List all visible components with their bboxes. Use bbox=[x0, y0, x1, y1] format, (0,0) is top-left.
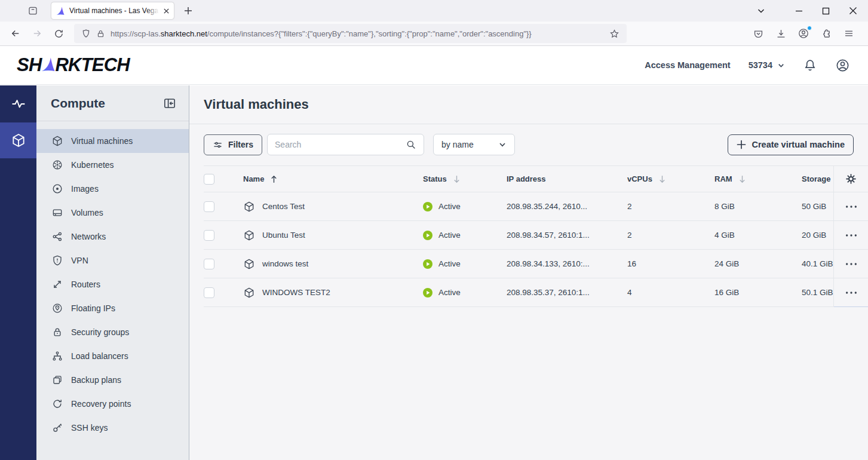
account-button[interactable] bbox=[796, 26, 811, 41]
table-row[interactable]: WINDOWS TEST2 Active 208.98.35.37, 2610:… bbox=[204, 278, 868, 307]
create-virtual-machine-button[interactable]: Create virtual machine bbox=[728, 134, 854, 155]
sort-descending-icon[interactable] bbox=[658, 175, 666, 183]
tab-close-icon[interactable] bbox=[163, 8, 170, 14]
notifications-bell-icon[interactable] bbox=[803, 58, 817, 72]
sidebar-item-label: Volumes bbox=[71, 208, 103, 217]
lock-icon[interactable] bbox=[96, 29, 105, 38]
collapse-sidebar-icon[interactable] bbox=[162, 96, 177, 111]
table-settings-cell[interactable] bbox=[834, 165, 868, 192]
filters-sliders-icon bbox=[213, 140, 223, 150]
browser-nav-toolbar: https://scp-las.sharktech.net/compute/in… bbox=[0, 22, 868, 46]
sidebar-item-images[interactable]: Images bbox=[36, 177, 189, 201]
logo-text-right: RKTECH bbox=[55, 54, 129, 76]
vm-vcpus: 2 bbox=[627, 231, 714, 240]
row-checkbox[interactable] bbox=[204, 230, 214, 241]
sidebar-item-backup-plans[interactable]: Backup plans bbox=[36, 368, 189, 392]
rail-item-activity[interactable] bbox=[0, 85, 36, 122]
table-row[interactable]: windows test Active 208.98.34.133, 2610:… bbox=[204, 250, 868, 278]
minimize-icon[interactable] bbox=[795, 7, 803, 15]
select-all-checkbox[interactable] bbox=[204, 174, 214, 185]
swap-arrows-icon bbox=[51, 278, 63, 290]
plus-icon bbox=[184, 7, 192, 15]
downloads-button[interactable] bbox=[774, 26, 788, 41]
column-header-status[interactable]: Status bbox=[423, 174, 507, 183]
pinned-actions-column bbox=[833, 165, 868, 307]
extensions-button[interactable] bbox=[819, 26, 833, 41]
table-row[interactable]: Centos Test Active 208.98.35.244, 2610..… bbox=[204, 192, 868, 221]
sidebar-item-ssh-keys[interactable]: SSH keys bbox=[36, 416, 189, 440]
column-header-name[interactable]: Name bbox=[232, 174, 423, 183]
browser-tab[interactable]: Virtual machines - Las Vegas Clo bbox=[51, 2, 174, 19]
column-header-ip[interactable]: IP address bbox=[507, 174, 627, 183]
sidebar-item-floating-ips[interactable]: Floating IPs bbox=[36, 296, 189, 320]
vm-ram: 4 GiB bbox=[714, 231, 802, 240]
search-icon[interactable] bbox=[406, 139, 416, 150]
user-profile-icon[interactable] bbox=[835, 58, 850, 73]
vm-vcpus: 4 bbox=[627, 288, 714, 297]
sort-descending-icon[interactable] bbox=[738, 175, 746, 183]
ellipsis-icon bbox=[845, 234, 858, 237]
bookmark-star-icon[interactable] bbox=[609, 29, 619, 39]
vm-status: Active bbox=[438, 231, 461, 240]
row-actions-button[interactable] bbox=[834, 278, 868, 307]
row-checkbox[interactable] bbox=[204, 201, 214, 212]
sharktech-logo[interactable]: SH RKTECH bbox=[17, 54, 130, 76]
vm-name-cell[interactable]: Centos Test bbox=[232, 201, 423, 213]
sidebar-item-load-balancers[interactable]: Load balancers bbox=[36, 344, 189, 368]
pocket-button[interactable] bbox=[751, 26, 765, 41]
sort-ascending-icon[interactable] bbox=[270, 175, 278, 183]
sidebar-item-label: Virtual machines bbox=[71, 136, 133, 146]
list-tabs-icon[interactable] bbox=[757, 7, 765, 15]
close-window-icon[interactable] bbox=[849, 7, 857, 15]
sidebar-item-label: Routers bbox=[71, 280, 100, 289]
row-actions-button[interactable] bbox=[834, 250, 868, 278]
sidebar-item-security-groups[interactable]: Security groups bbox=[36, 320, 189, 344]
url-path: /compute/instances?{"filters":{"queryBy"… bbox=[207, 29, 532, 38]
status-active-icon bbox=[423, 202, 433, 211]
menu-button[interactable] bbox=[842, 26, 856, 41]
firefox-view-icon bbox=[27, 5, 38, 16]
forward-button[interactable] bbox=[27, 24, 47, 42]
sidebar-item-networks[interactable]: Networks bbox=[36, 225, 189, 249]
table-row[interactable]: Ubuntu Test Active 208.98.34.57, 2610:1.… bbox=[204, 221, 868, 250]
sidebar-item-routers[interactable]: Routers bbox=[36, 272, 189, 296]
list-toolbar: Filters by name Create virtual machine bbox=[189, 124, 868, 155]
search-input[interactable] bbox=[275, 140, 401, 149]
sidebar-item-kubernetes[interactable]: Kubernetes bbox=[36, 153, 189, 177]
sidebar-item-vpn[interactable]: VPN bbox=[36, 249, 189, 272]
new-tab-button[interactable] bbox=[180, 3, 197, 19]
sort-by-select[interactable]: by name bbox=[433, 134, 515, 155]
sidebar-item-virtual-machines[interactable]: Virtual machines bbox=[36, 129, 189, 153]
search-box bbox=[267, 134, 424, 155]
rail-item-compute[interactable] bbox=[0, 122, 36, 158]
sort-descending-icon[interactable] bbox=[453, 175, 461, 183]
browser-tab-strip: Virtual machines - Las Vegas Clo bbox=[0, 0, 868, 22]
row-actions-button[interactable] bbox=[834, 192, 868, 221]
sort-by-value: by name bbox=[441, 140, 474, 149]
access-management-link[interactable]: Access Management bbox=[645, 60, 730, 70]
sidebar-item-recovery-points[interactable]: Recovery points bbox=[36, 392, 189, 416]
column-label: Name bbox=[243, 174, 264, 183]
row-actions-button[interactable] bbox=[834, 221, 868, 250]
vm-name-cell[interactable]: Ubuntu Test bbox=[232, 229, 423, 241]
shield-permissions-icon[interactable] bbox=[81, 29, 91, 38]
sidebar-item-label: Backup plans bbox=[71, 375, 121, 385]
url-bar[interactable]: https://scp-las.sharktech.net/compute/in… bbox=[74, 24, 627, 43]
back-button[interactable] bbox=[6, 24, 25, 42]
column-label: IP address bbox=[507, 174, 546, 183]
vm-ram: 8 GiB bbox=[714, 202, 802, 211]
filters-button[interactable]: Filters bbox=[204, 134, 262, 155]
download-icon bbox=[775, 28, 787, 39]
chevron-down-icon bbox=[498, 140, 507, 149]
column-header-ram[interactable]: RAM bbox=[714, 174, 802, 183]
vm-name-cell[interactable]: WINDOWS TEST2 bbox=[232, 287, 423, 299]
sidebar-item-volumes[interactable]: Volumes bbox=[36, 201, 189, 225]
row-checkbox[interactable] bbox=[204, 287, 214, 298]
maximize-icon[interactable] bbox=[822, 7, 830, 15]
vm-name-cell[interactable]: windows test bbox=[232, 258, 423, 270]
reload-button[interactable] bbox=[49, 24, 68, 42]
firefox-view-button[interactable] bbox=[24, 3, 42, 19]
column-header-vcpus[interactable]: vCPUs bbox=[627, 174, 714, 183]
account-number-dropdown[interactable]: 53734 bbox=[749, 60, 785, 70]
row-checkbox[interactable] bbox=[204, 259, 214, 269]
